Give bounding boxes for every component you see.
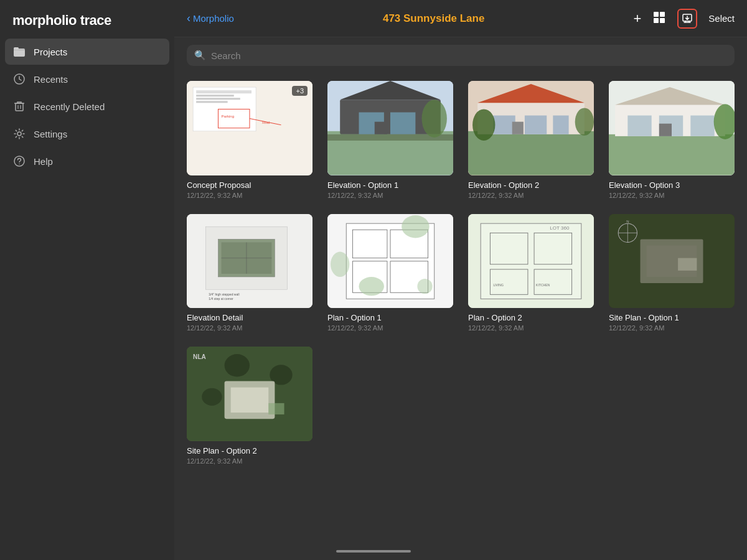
sidebar-item-help[interactable]: Help — [5, 148, 169, 174]
svg-point-39 — [472, 109, 495, 141]
svg-rect-9 — [654, 18, 659, 23]
thumbnail: Parking Road +3 — [187, 81, 312, 175]
svg-point-89 — [225, 354, 250, 376]
item-date: 12/12/22, 9:32 AM — [187, 324, 312, 332]
sidebar-item-label: Help — [34, 156, 53, 167]
folder-icon — [12, 45, 26, 58]
sidebar-item-recents[interactable]: Recents — [5, 66, 169, 92]
sidebar-item-projects[interactable]: Projects — [5, 39, 169, 65]
list-item[interactable]: Plan - Option 1 12/12/22, 9:32 AM — [327, 214, 453, 332]
search-input[interactable] — [211, 50, 727, 61]
gear-icon — [12, 127, 26, 141]
svg-rect-35 — [493, 116, 515, 134]
item-name: Elevation - Option 3 — [609, 180, 735, 190]
svg-rect-47 — [690, 116, 714, 136]
app-name-light: morpholio — [12, 12, 80, 28]
main-content: ‹ Morpholio 473 Sunnyside Lane + — [174, 0, 747, 560]
svg-rect-8 — [660, 12, 665, 17]
sidebar-item-label: Recents — [34, 74, 68, 85]
svg-rect-18 — [218, 109, 250, 128]
item-badge: +3 — [292, 86, 308, 96]
search-bar: 🔍 — [174, 37, 747, 73]
back-label: Morpholio — [193, 13, 234, 24]
svg-rect-10 — [660, 18, 665, 23]
projects-grid: Parking Road +3 Concept Proposal 12/12/2… — [187, 81, 735, 465]
thumbnail: N — [609, 214, 735, 309]
svg-rect-15 — [196, 95, 234, 96]
svg-text:Parking: Parking — [222, 114, 235, 118]
svg-rect-27 — [390, 113, 415, 134]
svg-point-67 — [417, 279, 432, 294]
svg-point-65 — [402, 215, 429, 238]
svg-point-4 — [17, 132, 21, 136]
item-date: 12/12/22, 9:32 AM — [327, 324, 453, 332]
svg-rect-85 — [678, 258, 697, 270]
import-button[interactable] — [677, 9, 697, 29]
list-item[interactable]: NLA Site Plan - Option 2 12/12/22, 9:32 … — [187, 347, 312, 465]
item-date: 12/12/22, 9:32 AM — [468, 192, 594, 199]
thumbnail — [327, 214, 453, 309]
item-name: Plan - Option 2 — [468, 313, 594, 322]
svg-point-40 — [575, 108, 594, 135]
list-item[interactable]: N Site Plan - Option 1 12/12/22, 9:32 AM — [609, 214, 735, 332]
svg-rect-36 — [525, 116, 547, 134]
header: ‹ Morpholio 473 Sunnyside Lane + — [174, 0, 747, 37]
item-name: Site Plan - Option 1 — [609, 313, 735, 322]
clock-icon — [12, 72, 26, 86]
item-name: Plan - Option 1 — [327, 313, 453, 322]
svg-text:KITCHEN: KITCHEN — [536, 283, 550, 287]
svg-point-66 — [331, 251, 349, 276]
thumbnail: LOT 360 LIVING KITCHEN — [468, 214, 594, 309]
svg-text:3/4" high stepped wall: 3/4" high stepped wall — [209, 292, 239, 296]
list-item[interactable]: Elevation - Option 3 12/12/22, 9:32 AM — [609, 81, 735, 199]
svg-rect-38 — [512, 122, 524, 134]
grid-view-button[interactable] — [652, 11, 666, 27]
select-button[interactable]: Select — [708, 13, 735, 24]
svg-point-6 — [19, 164, 20, 165]
svg-rect-37 — [553, 116, 568, 134]
svg-rect-28 — [375, 122, 387, 134]
svg-rect-48 — [659, 124, 672, 136]
svg-point-91 — [202, 388, 222, 406]
app-logo: morpholio trace — [0, 0, 174, 39]
search-input-wrap[interactable]: 🔍 — [187, 45, 735, 66]
list-item[interactable]: Elevation - Option 1 12/12/22, 9:32 AM — [327, 81, 453, 199]
svg-text:LIVING: LIVING — [493, 283, 504, 287]
item-name: Concept Proposal — [187, 180, 312, 190]
add-button[interactable]: + — [633, 12, 641, 26]
item-date: 12/12/22, 9:32 AM — [187, 192, 312, 199]
thumbnail — [609, 81, 735, 175]
back-button[interactable]: ‹ Morpholio — [187, 12, 234, 25]
item-date: 12/12/22, 9:32 AM — [468, 324, 594, 332]
svg-point-64 — [359, 277, 384, 296]
svg-point-30 — [422, 100, 447, 138]
list-item[interactable]: Elevation - Option 2 12/12/22, 9:32 AM — [468, 81, 594, 199]
app-name-bold: trace — [80, 12, 111, 28]
thumbnail — [468, 81, 594, 175]
svg-rect-17 — [196, 101, 228, 103]
sidebar-item-settings[interactable]: Settings — [5, 121, 169, 147]
svg-text:1/4 step at corner: 1/4 step at corner — [209, 297, 233, 301]
item-name: Site Plan - Option 2 — [187, 446, 312, 455]
page-title: 473 Sunnyside Lane — [242, 12, 626, 25]
item-date: 12/12/22, 9:32 AM — [187, 457, 312, 465]
item-date: 12/12/22, 9:32 AM — [609, 324, 735, 332]
sidebar-item-recently-deleted[interactable]: Recently Deleted — [5, 93, 169, 119]
sidebar-item-label: Recently Deleted — [34, 101, 105, 112]
list-item[interactable]: 3/4" high stepped wall 1/4 step at corne… — [187, 214, 312, 332]
thumbnail — [327, 81, 453, 175]
svg-rect-3 — [16, 103, 23, 111]
question-icon — [12, 154, 26, 168]
svg-rect-16 — [196, 98, 240, 100]
list-item[interactable]: Parking Road +3 Concept Proposal 12/12/2… — [187, 81, 312, 199]
item-name: Elevation Detail — [187, 313, 312, 322]
list-item[interactable]: LOT 360 LIVING KITCHEN Plan - Option 2 1… — [468, 214, 594, 332]
search-icon: 🔍 — [194, 50, 206, 61]
grid-area: Parking Road +3 Concept Proposal 12/12/2… — [174, 73, 747, 560]
svg-rect-94 — [268, 403, 284, 414]
svg-rect-7 — [654, 12, 659, 17]
item-date: 12/12/22, 9:32 AM — [609, 192, 735, 199]
item-name: Elevation - Option 2 — [468, 180, 594, 190]
svg-rect-45 — [627, 116, 651, 136]
sidebar-item-label: Projects — [34, 47, 67, 57]
